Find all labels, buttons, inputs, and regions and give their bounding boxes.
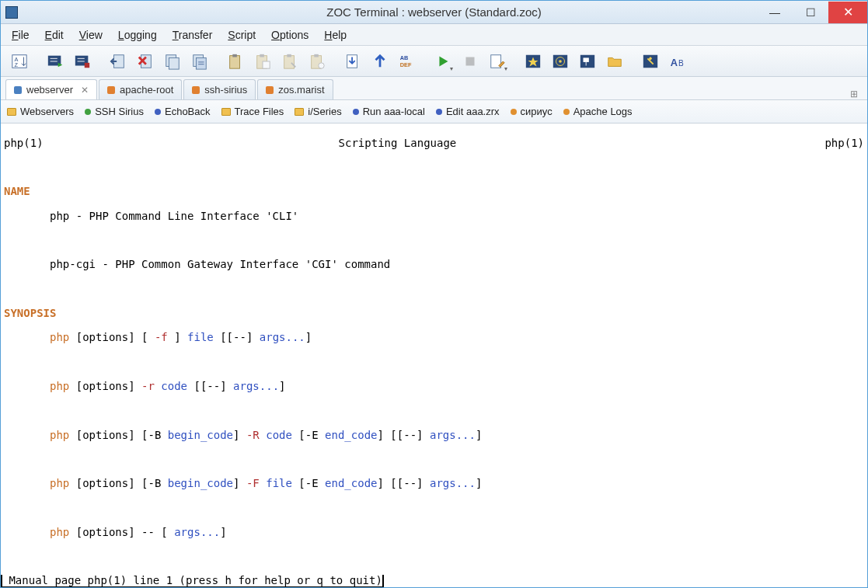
dot-icon	[353, 109, 359, 115]
svg-text:B: B	[678, 58, 684, 67]
synopsis-line: php [options] [ -f ] file [[--] args...]	[4, 332, 864, 344]
section-synopsis: SYNOPSIS	[4, 308, 864, 320]
tab-status-icon	[107, 86, 115, 94]
svg-rect-17	[263, 61, 270, 68]
svg-text:A: A	[671, 56, 678, 68]
paste-icon[interactable]	[223, 50, 248, 73]
app-icon	[5, 6, 18, 19]
tab-grid-icon[interactable]: ⊞	[845, 89, 863, 99]
clear-x-icon[interactable]	[133, 50, 158, 73]
tab-label: ssh-sirius	[204, 84, 247, 96]
synopsis-line: php [options] -- [ args...]	[4, 527, 864, 539]
bookmark-trace-files[interactable]: Trace Files	[221, 106, 284, 117]
bookmark-webservers[interactable]: Webservers	[7, 106, 74, 117]
svg-rect-12	[196, 57, 206, 69]
folder-icon	[295, 108, 304, 116]
man-text: php-cgi - PHP Common Gateway Interface '…	[4, 259, 864, 271]
dot-icon	[511, 109, 517, 115]
title-bar: ZOC Terminal : webserver (Standard.zoc) …	[1, 1, 867, 24]
toolbar: AZ ABDEF ▾ ▾ AB	[1, 46, 867, 77]
man-header-center: Scripting Language	[339, 137, 457, 149]
dot-icon	[436, 109, 442, 115]
man-header-left: php(1)	[4, 137, 44, 149]
folder-open-icon[interactable]	[602, 50, 627, 73]
tab-ssh-sirius[interactable]: ssh-sirius	[183, 79, 256, 99]
menu-logging[interactable]: Logging	[110, 26, 165, 44]
dot-icon	[85, 109, 91, 115]
bookmark-echoback[interactable]: EchoBack	[155, 106, 211, 117]
tool-dark-icon[interactable]	[638, 50, 663, 73]
tab-webserver[interactable]: webserver ✕	[5, 79, 97, 99]
run-script-icon[interactable]	[43, 50, 68, 73]
menu-edit[interactable]: Edit	[37, 26, 71, 44]
tab-status-icon	[266, 86, 274, 94]
folder-icon	[7, 108, 16, 116]
close-icon[interactable]: ✕	[81, 85, 89, 96]
download-icon[interactable]	[340, 50, 365, 73]
svg-rect-16	[260, 54, 264, 57]
svg-point-22	[319, 62, 324, 68]
svg-text:Z: Z	[15, 61, 19, 68]
svg-point-33	[559, 60, 562, 63]
synopsis-line: php [options] [-B begin_code] -R code [-…	[4, 430, 864, 442]
menu-file[interactable]: File	[4, 26, 37, 44]
svg-rect-18	[284, 55, 295, 68]
sort-az-icon[interactable]: AZ	[7, 50, 32, 73]
connect-box-icon[interactable]	[575, 50, 600, 73]
bookmark-apache-logs[interactable]: Apache Logs	[563, 106, 633, 117]
bookmark-edit-aaa-zrx[interactable]: Edit aaa.zrx	[436, 106, 500, 117]
svg-rect-10	[169, 57, 179, 69]
abc-def-icon[interactable]: ABDEF	[395, 50, 420, 73]
stop-script-icon[interactable]	[70, 50, 95, 73]
synopsis-line: php [options] -r code [[--] args...]	[4, 381, 864, 393]
stop-icon[interactable]	[458, 50, 483, 73]
svg-marker-26	[439, 56, 448, 66]
tab-zos-marist[interactable]: zos.marist	[257, 79, 333, 99]
bookmark-iseries[interactable]: i/Series	[295, 106, 341, 117]
tab-label: zos.marist	[278, 84, 324, 96]
terminal-viewport[interactable]: php(1)Scripting Languagephp(1) NAME php …	[1, 124, 867, 587]
menu-help[interactable]: Help	[316, 26, 354, 44]
tab-bar: webserver ✕ apache-root ssh-sirius zos.m…	[1, 77, 867, 100]
paste-copy-icon[interactable]	[250, 50, 275, 73]
close-button[interactable]: ✕	[828, 2, 867, 23]
tab-status-icon	[14, 86, 22, 94]
bookmark-run-aaa-local[interactable]: Run aaa-local	[353, 106, 425, 117]
copy-sel-icon[interactable]	[187, 50, 212, 73]
man-header-right: php(1)	[824, 137, 864, 150]
paste-clip-icon[interactable]	[277, 50, 302, 73]
dot-icon	[155, 109, 161, 115]
bookmark-ssh-sirius[interactable]: SSH Sirius	[85, 106, 144, 117]
svg-rect-6	[85, 62, 89, 67]
menu-options[interactable]: Options	[263, 26, 316, 44]
menu-transfer[interactable]: Transfer	[165, 26, 221, 44]
svg-text:AB: AB	[400, 54, 409, 61]
upload-icon[interactable]	[368, 50, 392, 73]
tab-label: webserver	[26, 84, 73, 96]
maximize-button[interactable]: ☐	[793, 2, 828, 23]
menu-script[interactable]: Script	[220, 26, 263, 44]
bookmark-bar: Webservers SSH Sirius EchoBack Trace Fil…	[1, 100, 867, 124]
tab-apache-root[interactable]: apache-root	[99, 79, 182, 99]
target-icon[interactable]	[548, 50, 573, 73]
edit-pencil-icon[interactable]: ▾	[485, 50, 510, 73]
bookmark-sirius-ru[interactable]: сириус	[511, 106, 553, 117]
synopsis-line: php [options] [-B begin_code] -F file [-…	[4, 478, 864, 490]
minimize-button[interactable]: —	[757, 2, 793, 23]
copy-left-icon[interactable]	[106, 50, 131, 73]
svg-rect-35	[584, 57, 589, 62]
svg-rect-19	[287, 54, 291, 57]
font-ab-icon[interactable]: AB	[665, 50, 690, 73]
svg-text:DEF: DEF	[400, 61, 412, 68]
tab-status-icon	[192, 86, 200, 94]
svg-rect-27	[466, 57, 475, 65]
dot-icon	[563, 109, 570, 115]
play-icon[interactable]: ▾	[431, 50, 455, 73]
paste-special-icon[interactable]	[305, 50, 329, 73]
tab-label: apache-root	[120, 84, 173, 96]
menu-view[interactable]: View	[71, 26, 110, 44]
man-text: php - PHP Command Line Interface 'CLI'	[4, 210, 864, 223]
star-dark-icon[interactable]	[521, 50, 546, 73]
section-name: NAME	[4, 186, 864, 198]
copy-all-icon[interactable]	[160, 50, 185, 73]
